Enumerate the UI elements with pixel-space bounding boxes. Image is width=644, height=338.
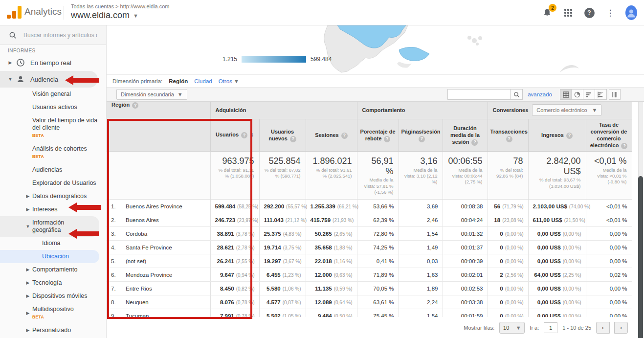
dimension-ciudad-link[interactable]: Ciudad [194,78,212,84]
help-icon[interactable]: ? [241,132,247,138]
dimension-otros-link[interactable]: Otros ▼ [219,78,239,84]
table-search-input[interactable] [447,89,510,100]
region-cell[interactable]: 8.Neuquen [107,295,210,309]
region-name: Buenos Aires Province [126,203,182,209]
sidebar-item-vision-general[interactable]: Visión general [0,88,106,101]
sidebar-item-en-tiempo-real[interactable]: ▶ En tiempo real [0,54,106,71]
advanced-search-link[interactable]: avanzado [528,91,552,97]
view-table-button[interactable] [560,89,572,100]
total-tasa: <0,01 %Media de la vista: <0,01 % (-0,80… [586,151,632,199]
sidebar-item-datos-demograficos[interactable]: ▶ Datos demográficos [0,190,106,203]
notifications-bell-icon[interactable]: 2 [541,7,553,19]
column-header-usuarios[interactable]: Usuarios?↓ [210,119,259,151]
conversion-type-select[interactable]: Comercio electrónico ▼ [532,104,601,116]
sidebar-item-explorador-usuarios[interactable]: Explorador de Usuarios [0,177,106,190]
paginas-cell: 1,63 [399,268,443,282]
sidebar-search[interactable] [0,25,106,45]
account-selector[interactable]: www.eldia.com ▼ [71,10,138,21]
sidebar-item-audiencias[interactable]: Audiencias [0,163,106,177]
goto-page-input[interactable] [544,322,557,333]
rebote-cell: 62,39 % [357,213,399,227]
column-header-porcentaje-rebote[interactable]: Porcentaje de rebote? [357,119,399,151]
next-page-button[interactable]: › [614,322,628,334]
avatar[interactable] [625,7,637,19]
secondary-dimension-button[interactable]: Dimensión secundaria ▼ [116,89,187,100]
help-icon[interactable]: ? [341,133,348,139]
sidebar-item-valor-tiempo-vida[interactable]: Valor del tiempo de vida del cliente BET… [0,114,106,142]
transacciones-cell: 2(2,56 %) [488,268,528,282]
group-header-conversiones: Conversiones Comercio electrónico ▼ [488,102,632,119]
help-icon[interactable]: ? [419,136,425,142]
geo-map: 1.215 599.484 [107,25,644,74]
help-icon[interactable]: ? [566,133,573,139]
sidebar-item-usuarios-activos[interactable]: Usuarios activos [0,101,106,114]
pivot-icon [612,91,618,98]
region-cell[interactable]: 2.Buenos Aires [107,213,210,227]
chevron-right-icon: ▶ [24,266,31,273]
usuarios-cell: 599.484(58,25 %) [210,200,259,213]
rows-per-page-select[interactable]: 10 ▼ [499,322,525,334]
help-icon[interactable]: ? [132,102,138,109]
sidebar-item-personalizado[interactable]: ▶ Personalizado [0,324,106,337]
view-performance-button[interactable] [583,89,595,100]
help-icon[interactable]: ? [583,7,595,19]
sidebar-item-comportamiento[interactable]: ▶ Comportamiento [0,263,106,276]
sidebar-item-intereses[interactable]: ▶ Intereses [0,203,106,216]
sidebar-item-tecnologia[interactable]: ▶ Tecnología [0,276,106,290]
sidebar-item-ubicacion[interactable]: Ubicación [0,250,99,263]
column-header-duracion-media[interactable]: Duración media de la sesión? [443,119,488,151]
transacciones-cell: 0(0,00 %) [488,295,528,309]
chevron-right-icon: ▶ [24,310,31,317]
sidebar-item-multidispositivo[interactable]: ▶ Multidispositivo BETA [0,303,106,324]
region-cell[interactable]: 1.Buenos Aires Province [107,200,210,213]
column-header-usuarios-nuevos[interactable]: Usuarios nuevos? [259,119,306,151]
help-icon[interactable]: ? [621,143,627,149]
view-pivot-button[interactable] [609,89,621,100]
previous-page-button[interactable]: ‹ [596,322,610,334]
help-icon[interactable]: ? [506,136,512,142]
region-cell[interactable]: 6.Mendoza Province [107,268,210,282]
column-header-ingresos[interactable]: Ingresos? [528,119,586,151]
rebote-cell: 53,66 % [357,200,399,213]
view-comparison-button[interactable] [595,89,607,100]
help-icon[interactable]: ? [290,136,296,142]
help-icon[interactable]: ? [384,136,390,142]
scrollbar-thumb[interactable] [638,176,643,338]
dimension-region-selected[interactable]: Región [169,78,188,84]
column-header-paginas-sesion[interactable]: Páginas/sesión? [399,119,443,151]
help-icon[interactable]: ? [471,139,478,146]
legend-min-value: 1.215 [222,56,237,63]
region-name: Santa Fe Province [126,245,172,250]
chevron-right-icon[interactable]: ▶ [7,60,14,65]
column-header-sesiones[interactable]: Sesiones? [306,119,357,151]
column-header-transacciones[interactable]: Transacciones? [488,119,528,151]
table-search-button[interactable] [510,89,523,100]
apps-grid-icon[interactable] [562,7,574,19]
tasa-cell: 0,00 % [586,282,632,295]
duracion-cell: 00:00:39 [443,254,488,268]
map-region-tierra-del-fuego[interactable] [399,47,429,61]
legend-max-value: 599.484 [311,56,332,63]
sort-descending-icon[interactable]: ↓ [251,131,254,138]
column-header-region[interactable]: Región? [107,102,210,151]
region-cell[interactable]: 7.Entre Rios [107,282,210,295]
region-cell[interactable]: 4.Santa Fe Province [107,241,210,254]
transacciones-cell: 0(0,00 %) [488,254,528,268]
sidebar-item-informacion-geografica[interactable]: ▼ Información geográfica [0,216,99,237]
breadcrumb: Todas las cuentas > http://www.eldia.com [71,3,169,9]
total-usuarios-nuevos: 525.854% del total: 87,82 % (598.771) [259,151,306,199]
more-options-icon[interactable]: ⋮ [604,7,616,19]
region-cell[interactable]: 5.(not set) [107,254,210,268]
table-body: 963.975% del total: 91,11 % (1.058.089) … [107,151,632,336]
view-percentage-button[interactable] [572,89,583,100]
column-header-tasa-conversion[interactable]: Tasa de conversión de comercio electróni… [586,119,632,151]
sidebar-item-audiencia[interactable]: ▼ Audiencia [0,71,106,88]
chevron-down-icon[interactable]: ▼ [7,77,14,82]
search-input[interactable] [23,32,97,39]
sidebar-item-dispositivos-moviles[interactable]: ▶ Dispositivos móviles [0,290,106,303]
sidebar-item-analisis-cohortes[interactable]: Análisis de cohortes BETA [0,142,106,163]
sidebar-item-idioma[interactable]: Idioma [0,237,106,250]
transacciones-cell: 18(23,08 %) [488,213,528,227]
region-cell[interactable]: 3.Cordoba [107,227,210,241]
duracion-cell: 00:03:38 [443,295,488,309]
